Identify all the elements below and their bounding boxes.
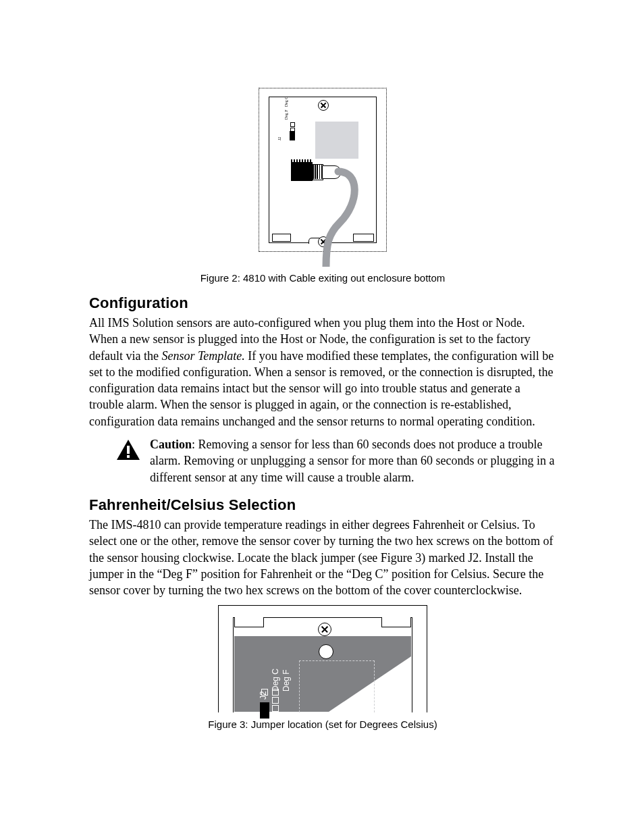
heading-fc-selection: Fahrenheit/Celsius Selection [89, 496, 556, 514]
caution-label: Caution [150, 438, 192, 451]
text-italic: Sensor Template. [161, 349, 244, 363]
screw-icon [318, 236, 329, 247]
screw-icon [318, 100, 329, 111]
paragraph-fc-selection: The IMS-4810 can provide temperature rea… [89, 517, 556, 598]
svg-rect-2 [127, 455, 130, 458]
caution-block: Caution: Removing a sensor for less than… [116, 436, 556, 486]
figure-3-caption: Figure 3: Jumper location (set for Degre… [89, 719, 556, 730]
figure-2-diagram: Deg FDeg C J2 [259, 88, 387, 267]
label-deg-c: Deg C [284, 97, 289, 107]
caution-body: : Removing a sensor for less than 60 sec… [150, 438, 554, 484]
figure-2-caption: Figure 2: 4810 with Cable exiting out en… [89, 272, 556, 284]
jumper-pins-icon [272, 687, 279, 713]
svg-rect-1 [127, 446, 130, 454]
rj-connector-icon [291, 162, 313, 181]
label-j2: J2 [277, 137, 281, 140]
figure-2: Deg FDeg C J2 Figure 2: 4810 with Cable … [89, 88, 556, 284]
warning-icon [116, 439, 143, 463]
label-deg-f: Deg F [284, 109, 289, 120]
jumper-j2-icon [290, 122, 297, 140]
paragraph-configuration: All IMS Solution sensors are auto-config… [89, 315, 556, 429]
figure-3-diagram: J2 Deg C Deg F [218, 605, 427, 713]
label-deg-c: Deg C [271, 669, 280, 692]
label-deg-f: Deg F [281, 670, 291, 692]
label-j2: J2 [259, 692, 268, 700]
caution-text: Caution: Removing a sensor for less than… [150, 436, 556, 486]
page: Deg FDeg C J2 Figure 2: 4810 with Cable … [0, 0, 644, 834]
heading-configuration: Configuration [89, 294, 556, 312]
figure-3: J2 Deg C Deg F Figure 3: Jumper location… [89, 605, 556, 730]
